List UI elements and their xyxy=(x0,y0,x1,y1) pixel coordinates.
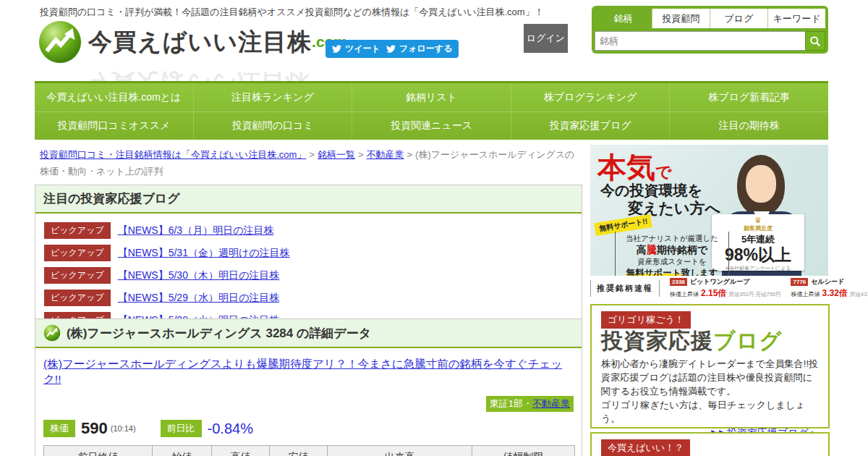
stock-code-badge: 2338 xyxy=(670,278,687,286)
stock-detail-card: (株)フージャースホールディングス 3284 の詳細データ (株)フージャースホ… xyxy=(35,318,582,456)
pickup-badge: ピックアップ xyxy=(44,222,111,239)
site-tagline: 投資顧問の口コミ・評判が満載！今話題の注目銘柄やオススメ投資顧問などの株情報は「… xyxy=(40,6,544,19)
ticker-item[interactable]: 2338ビットワングループ 株価上昇値2.15倍買値351円 売値755円 xyxy=(670,277,780,300)
col-volume: 出来高 xyxy=(328,446,472,456)
price-label-badge: 株価 xyxy=(43,420,75,437)
news-link[interactable]: 【NEWS】5/29（水）明日の注目株 xyxy=(118,292,280,305)
pickup-badge: ピックアップ xyxy=(44,290,111,306)
nav-blog-new[interactable]: 株ブログ新着記事 xyxy=(669,83,828,111)
search-tab-blog[interactable]: ブログ xyxy=(710,9,768,28)
market-badge: 東証1部・不動産業 xyxy=(486,396,574,412)
col-prev-close: 前日終値 xyxy=(44,446,153,456)
quote-header-row: 前日終値 始値 高値 安値 出来高 値幅制限 xyxy=(44,446,575,456)
col-high: 高値 xyxy=(212,446,270,456)
col-limit: 値幅制限 xyxy=(472,446,575,456)
metric-label: 株価上昇値 xyxy=(670,290,699,298)
login-button[interactable]: ログイン xyxy=(524,24,568,53)
col-low: 安値 xyxy=(270,446,328,456)
woman-face xyxy=(746,165,776,203)
news-link[interactable]: 【NEWS】5/31（金）週明けの注目株 xyxy=(118,247,290,260)
follow-button[interactable]: フォローする xyxy=(380,40,459,58)
search-tab-keyword[interactable]: キーワード xyxy=(768,9,825,28)
breadcrumb-meigara-link[interactable]: 銘柄一覧 xyxy=(318,149,355,160)
twitter-bird-icon xyxy=(386,44,396,54)
investor-blog-title: 投資家応援ブログ xyxy=(601,329,819,354)
pickup-badge: ピックアップ xyxy=(44,267,111,284)
pickup-blog-title: 注目の投資家応援ブログ xyxy=(35,185,582,214)
nav-chumoku-ranking[interactable]: 注目株ランキング xyxy=(193,83,352,111)
change-value: -0.84% xyxy=(208,421,253,437)
market-label: 東証1部・ xyxy=(490,398,532,409)
banner-copy1: 当社アナリストが厳選した xyxy=(618,234,726,244)
search-input[interactable] xyxy=(595,31,805,51)
gorigori-badge: ゴリゴリ稼ごう！ xyxy=(601,311,691,329)
search-icon xyxy=(809,35,821,47)
investor-blog-body: 株初心者から凄腕デイトレーダーまで全員集合!!投資家応援ブログは話題の注目株や優… xyxy=(601,357,819,426)
stock-name: ビットワングループ xyxy=(690,277,750,287)
nav-ouen-blog[interactable]: 投資家応援ブログ xyxy=(511,112,670,140)
breadcrumb-separator: > xyxy=(407,149,413,160)
price-detail: 買値437円 売値1,451円 xyxy=(850,291,868,298)
imakaeba-badge: 今買えばいい！？ xyxy=(601,439,690,456)
logo-chart-icon xyxy=(38,20,82,64)
follow-label: フォローする xyxy=(399,43,452,55)
recommended-stocks-strip: 推奨銘柄速報 2338ビットワングループ 株価上昇値2.15倍買値351円 売値… xyxy=(590,277,830,299)
change-label-badge: 前日比 xyxy=(161,420,202,437)
breadcrumb-separator: > xyxy=(358,149,364,160)
tweet-label: ツイート xyxy=(345,43,380,55)
promo-link[interactable]: (株)フージャースホールディングスよりも爆騰期待度アリ？！今まさに急騰寸前の銘柄… xyxy=(43,357,574,387)
tweet-button[interactable]: ツイート xyxy=(326,40,387,58)
nav-komon-osusume[interactable]: 投資顧問口コミオススメ xyxy=(35,112,193,140)
multiple-value: 3.32倍 xyxy=(822,287,847,300)
sector-link[interactable]: 不動産業 xyxy=(532,398,570,409)
banner-line2: 今の投資環境を xyxy=(600,181,702,200)
price-value: 590 xyxy=(81,419,108,438)
nav-blog-ranking[interactable]: 株ブログランキング xyxy=(511,83,670,111)
banner-copy4: 無料サポート致します xyxy=(618,267,726,276)
twitter-bird-icon xyxy=(332,44,341,54)
search-button[interactable] xyxy=(805,31,825,51)
search-tab-meigara[interactable]: 銘柄 xyxy=(595,9,652,28)
stock-code-badge: 7776 xyxy=(791,278,808,286)
kitai-kabu-box: 今買えばいい！？ 注目の期待株 xyxy=(590,432,830,456)
nav-about[interactable]: 今買えばいい注目株.comとは xyxy=(35,83,193,111)
breadcrumb: 投資顧問口コミ・注目銘柄情報は「今買えばいい注目株.com」>銘柄一覧>不動産業… xyxy=(40,147,581,180)
logo-text: 今買えばいい注目株 xyxy=(88,26,312,59)
banner-copy2: 高騰期待銘柄で xyxy=(618,244,726,257)
ad-banner[interactable]: 本気で 今の投資環境を 変えたい方へ 無料サポート!! ♛ 顧客満足度 5年連続… xyxy=(590,145,828,276)
stock-name: セルシード xyxy=(811,277,844,287)
stock-detail-title: (株)フージャースホールディングス 3284 の詳細データ xyxy=(67,325,371,342)
search-tabs: 銘柄 投資顧問 ブログ キーワード xyxy=(595,9,825,28)
search-widget: 銘柄 投資顧問 ブログ キーワード xyxy=(592,6,828,54)
site-logo[interactable]: 今買えばいい注目株 .com xyxy=(38,20,347,64)
logo-chart-icon xyxy=(43,324,61,342)
price-time: (10:14) xyxy=(111,424,136,433)
ticker-label: 推奨銘柄速報 xyxy=(590,280,660,297)
banner-copy3: 資産形成スタートを xyxy=(618,257,726,267)
news-link[interactable]: 【NEWS】6/3（月）明日の注目株 xyxy=(118,224,274,237)
banner-copy-block: 当社アナリストが厳選した 高騰期待銘柄で 資産形成スタートを 無料サポート致しま… xyxy=(615,232,729,276)
breadcrumb-home-link[interactable]: 投資顧問口コミ・注目銘柄情報は「今買えばいい注目株.com」 xyxy=(40,149,306,160)
news-row: ピックアップ 【NEWS】5/31（金）週明けの注目株 xyxy=(44,245,573,261)
metric-label: 株価上昇値 xyxy=(791,290,820,298)
nav-komon-kuchikomi[interactable]: 投資顧問の口コミ xyxy=(193,112,352,140)
main-nav: 今買えばいい注目株.comとは 注目株ランキング 銘柄リスト 株ブログランキング… xyxy=(35,81,828,140)
nav-kitai-kabu[interactable]: 注目の期待株 xyxy=(669,112,828,140)
ticker-item[interactable]: 7776セルシード 株価上昇値3.32倍買値437円 売値1,451円 xyxy=(791,277,868,300)
pickup-badge: ピックアップ xyxy=(44,245,111,261)
nav-news[interactable]: 投資関連ニュース xyxy=(352,112,511,140)
col-open: 始値 xyxy=(153,446,212,456)
crown-icon: ♛ xyxy=(712,216,804,224)
price-detail: 買値351円 売値755円 xyxy=(728,291,780,298)
pickup-blog-card: 注目の投資家応援ブログ ピックアップ 【NEWS】6/3（月）明日の注目株 ピッ… xyxy=(35,185,582,338)
news-row: ピックアップ 【NEWS】6/3（月）明日の注目株 xyxy=(44,222,573,239)
nav-meigara-list[interactable]: 銘柄リスト xyxy=(352,83,511,111)
breadcrumb-sector-link[interactable]: 不動産業 xyxy=(367,149,404,160)
multiple-value: 2.15倍 xyxy=(701,287,726,300)
investor-blog-box: ゴリゴリ稼ごう！ 投資家応援ブログ 株初心者から凄腕デイトレーダーまで全員集合!… xyxy=(590,304,830,428)
news-row: ピックアップ 【NEWS】5/30（木）明日の注目株 xyxy=(44,267,573,284)
news-link[interactable]: 【NEWS】5/30（木）明日の注目株 xyxy=(118,269,280,282)
search-tab-komon[interactable]: 投資顧問 xyxy=(652,9,710,28)
news-row: ピックアップ 【NEWS】5/29（水）明日の注目株 xyxy=(44,290,573,306)
quote-table: 前日終値 始値 高値 安値 出来高 値幅制限 595 595 595 589 3… xyxy=(43,445,575,456)
